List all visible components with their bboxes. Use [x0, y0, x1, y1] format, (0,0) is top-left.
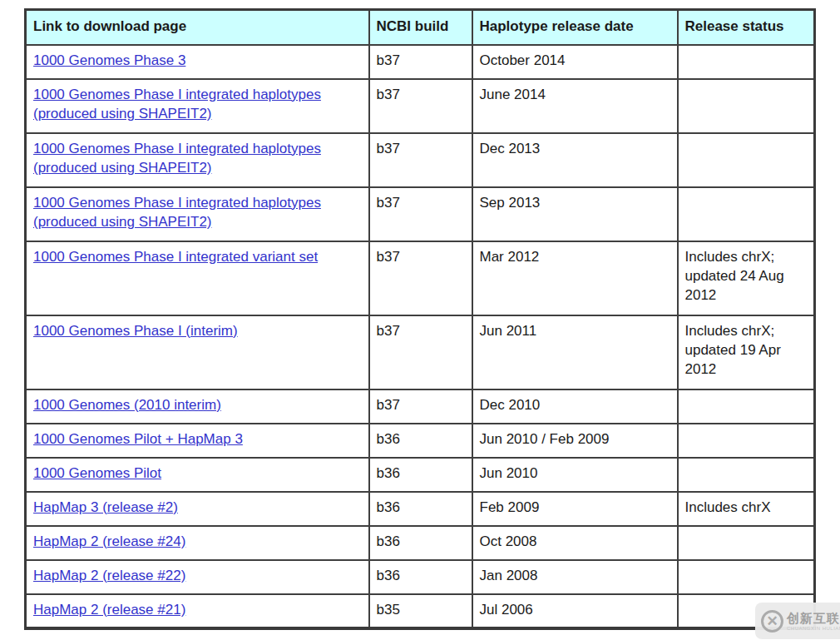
download-page-link[interactable]: HapMap 2 (release #21)	[33, 602, 185, 618]
ncbi-build-cell: b37	[369, 187, 472, 241]
table-header-row: Link to download page NCBI build Haploty…	[26, 10, 815, 45]
release-status-cell	[678, 45, 815, 79]
ncbi-build-cell: b35	[369, 594, 472, 628]
download-page-link[interactable]: 1000 Genomes Pilot	[33, 465, 161, 481]
table-row: HapMap 2 (release #22) b36 Jan 2008	[26, 560, 815, 594]
download-page-link[interactable]: 1000 Genomes Pilot + HapMap 3	[33, 431, 243, 447]
release-status-cell: Includes chrX	[678, 492, 815, 526]
table-row: 1000 Genomes Pilot b36 Jun 2010	[26, 458, 815, 492]
download-page-link[interactable]: 1000 Genomes Phase I integrated variant …	[33, 249, 318, 265]
release-status-cell	[678, 526, 815, 560]
release-date-cell: Feb 2009	[472, 492, 678, 526]
release-status-cell	[678, 187, 815, 241]
ncbi-build-cell: b37	[369, 79, 472, 133]
release-date-cell: Oct 2008	[472, 526, 678, 560]
link-cell: HapMap 2 (release #24)	[26, 526, 369, 560]
watermark-subtext: CHUANGXIN HULIAN	[787, 626, 840, 631]
download-page-link[interactable]: 1000 Genomes Phase I (interim)	[33, 323, 238, 339]
release-date-cell: Jun 2011	[472, 315, 678, 389]
release-date-cell: Jun 2010	[472, 458, 678, 492]
release-status-cell	[678, 458, 815, 492]
header-ncbi-build: NCBI build	[369, 10, 472, 45]
reference-panel-table: Link to download page NCBI build Haploty…	[24, 8, 816, 630]
link-cell: HapMap 3 (release #2)	[26, 492, 369, 526]
table-row: HapMap 3 (release #2) b36 Feb 2009 Inclu…	[26, 492, 815, 526]
link-cell: 1000 Genomes Phase I integrated haplotyp…	[26, 133, 369, 187]
ncbi-build-cell: b37	[369, 45, 472, 79]
link-cell: HapMap 2 (release #22)	[26, 560, 369, 594]
release-date-cell: Dec 2013	[472, 133, 678, 187]
x-glyph: ✕	[766, 613, 778, 630]
watermark-brand: 创新互联	[787, 612, 840, 624]
link-cell: 1000 Genomes Phase I integrated haplotyp…	[26, 79, 369, 133]
link-cell: 1000 Genomes (2010 interim)	[26, 389, 369, 424]
ncbi-build-cell: b37	[369, 241, 472, 315]
link-cell: 1000 Genomes Pilot + HapMap 3	[26, 424, 369, 458]
table-row: 1000 Genomes Phase I integrated variant …	[26, 241, 815, 315]
ncbi-build-cell: b36	[369, 560, 472, 594]
release-date-cell: Mar 2012	[472, 241, 678, 315]
table-row: HapMap 2 (release #21) b35 Jul 2006	[26, 594, 815, 628]
release-date-cell: Sep 2013	[472, 187, 678, 241]
table-row: 1000 Genomes Phase I integrated haplotyp…	[26, 187, 815, 241]
table-row: 1000 Genomes Pilot + HapMap 3 b36 Jun 20…	[26, 424, 815, 458]
release-date-cell: June 2014	[472, 79, 678, 133]
link-cell: 1000 Genomes Phase 3	[26, 45, 369, 79]
download-page-link[interactable]: 1000 Genomes (2010 interim)	[33, 397, 221, 413]
header-release-status: Release status	[678, 10, 815, 45]
watermark-text: 创新互联 CHUANGXIN HULIAN	[787, 612, 840, 631]
table-row: 1000 Genomes (2010 interim) b37 Dec 2010	[26, 389, 815, 424]
download-page-link[interactable]: HapMap 2 (release #24)	[33, 533, 185, 549]
table-row: 1000 Genomes Phase I integrated haplotyp…	[26, 133, 815, 187]
watermark-logo-icon: ✕	[761, 610, 783, 633]
ncbi-build-cell: b36	[369, 526, 472, 560]
ncbi-build-cell: b37	[369, 133, 472, 187]
ncbi-build-cell: b37	[369, 315, 472, 389]
download-page-link[interactable]: 1000 Genomes Phase 3	[33, 52, 185, 68]
release-status-cell: Includes chrX; updated 24 Aug 2012	[678, 241, 815, 315]
download-page-link[interactable]: 1000 Genomes Phase I integrated haplotyp…	[33, 195, 321, 230]
table-row: HapMap 2 (release #24) b36 Oct 2008	[26, 526, 815, 560]
release-status-cell	[678, 79, 815, 133]
ncbi-build-cell: b37	[369, 389, 472, 424]
release-date-cell: October 2014	[472, 45, 678, 79]
release-date-cell: Dec 2010	[472, 389, 678, 424]
release-status-cell: Includes chrX; updated 19 Apr 2012	[678, 315, 815, 389]
release-date-cell: Jul 2006	[472, 594, 678, 628]
link-cell: 1000 Genomes Phase I integrated variant …	[26, 241, 369, 315]
header-link-to-download-page: Link to download page	[26, 10, 369, 45]
watermark: ✕ 创新互联 CHUANGXIN HULIAN	[755, 603, 840, 639]
ncbi-build-cell: b36	[369, 492, 472, 526]
ncbi-build-cell: b36	[369, 458, 472, 492]
link-cell: 1000 Genomes Phase I integrated haplotyp…	[26, 187, 369, 241]
ncbi-build-cell: b36	[369, 424, 472, 458]
download-page-link[interactable]: HapMap 3 (release #2)	[33, 499, 178, 515]
release-date-cell: Jan 2008	[472, 560, 678, 594]
release-status-cell	[678, 424, 815, 458]
link-cell: 1000 Genomes Phase I (interim)	[26, 315, 369, 389]
release-status-cell	[678, 389, 815, 424]
download-page-link[interactable]: 1000 Genomes Phase I integrated haplotyp…	[33, 87, 321, 122]
release-status-cell	[678, 133, 815, 187]
table-row: 1000 Genomes Phase 3 b37 October 2014	[26, 45, 815, 79]
table-row: 1000 Genomes Phase I integrated haplotyp…	[26, 79, 815, 133]
table-row: 1000 Genomes Phase I (interim) b37 Jun 2…	[26, 315, 815, 389]
release-date-cell: Jun 2010 / Feb 2009	[472, 424, 678, 458]
link-cell: HapMap 2 (release #21)	[26, 594, 369, 628]
release-status-cell	[678, 560, 815, 594]
download-page-link[interactable]: 1000 Genomes Phase I integrated haplotyp…	[33, 141, 321, 176]
download-page-link[interactable]: HapMap 2 (release #22)	[33, 568, 185, 583]
link-cell: 1000 Genomes Pilot	[26, 458, 369, 492]
header-haplotype-release-date: Haplotype release date	[472, 10, 678, 45]
